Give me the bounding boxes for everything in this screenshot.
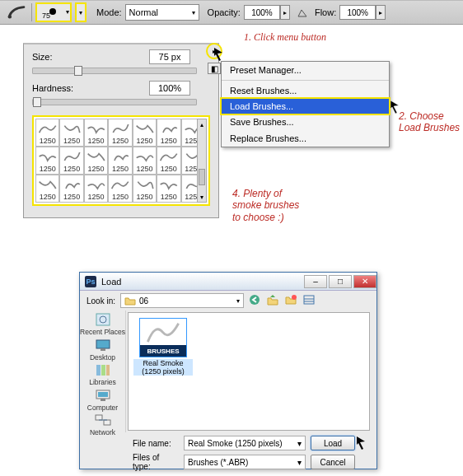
maximize-button[interactable]: □ [329,275,352,288]
dialog-title: Load [101,277,302,287]
svg-rect-8 [96,340,110,348]
brush-cell[interactable]: 1250 [35,175,59,203]
back-icon[interactable] [249,294,262,307]
brush-thumbnails: 1250125012501250125012501250125012501250… [32,115,210,206]
file-caption: Real Smoke (1250 pixels) [133,359,193,376]
separator [31,3,32,21]
dialog-body: Recent Places Desktop Libraries Computer… [80,310,376,432]
mode-select[interactable]: Normal ▾ [125,4,199,21]
cancel-button[interactable]: Cancel [311,455,355,469]
place-network[interactable]: Network [80,413,125,436]
svg-point-0 [8,15,12,18]
brush-panel-menu: Preset Manager... Reset Brushes... Load … [221,61,390,147]
mode-value: Normal [129,7,158,17]
size-slider[interactable] [32,68,197,74]
minimize-button[interactable]: – [304,275,327,288]
place-recent[interactable]: Recent Places [80,312,125,336]
annotation-2: 2. ChooseLoad Brushes [399,110,460,134]
brush-cell[interactable]: 1250 [84,119,108,147]
options-bar: 75 ▾ ▾ Mode: Normal ▾ Opacity: 100% ▸ Fl… [0,0,463,25]
svg-rect-12 [106,365,110,376]
new-preset-icon[interactable]: ◧ [208,63,221,74]
place-libraries[interactable]: Libraries [80,362,125,386]
up-icon[interactable] [267,294,280,307]
flow-input[interactable]: 100% [339,5,376,20]
menu-save-brushes[interactable]: Save Brushes... [222,114,389,130]
opacity-arrow[interactable]: ▸ [280,5,290,20]
filename-input[interactable]: Real Smoke (1250 pixels)▾ [184,436,306,450]
svg-rect-14 [98,392,108,397]
brush-scrollbar[interactable]: ▴ ▾ [197,119,207,203]
panel-menu-button[interactable]: ▸ [206,43,222,59]
brush-cell[interactable]: 1250 [157,119,180,147]
dialog-bottom: File name: Real Smoke (1250 pixels)▾ Loa… [80,432,376,476]
brush-cell[interactable]: 1250 [133,119,157,147]
brush-cell[interactable]: 1250 [133,147,157,175]
scroll-down-button[interactable]: ▾ [198,192,206,202]
brush-cell[interactable]: 1250 [108,119,132,147]
svg-rect-9 [101,348,105,351]
brush-cell[interactable]: 1250 [157,175,180,203]
svg-rect-10 [96,365,101,376]
file-band: BRUSHES [140,345,186,357]
load-dialog: Ps Load – □ ✕ Look in: 06 ▾ Recent Place… [79,272,377,469]
brush-cell[interactable]: 1250 [35,147,59,175]
viewmenu-icon[interactable] [303,294,316,307]
brush-cell[interactable]: 1250 [157,147,180,175]
svg-rect-17 [104,420,110,425]
menu-load-brushes-label: Load Brushes... [230,101,293,111]
newfolder-icon[interactable] [285,294,298,307]
mode-label: Mode: [96,7,122,17]
flow-arrow[interactable]: ▸ [376,5,386,20]
tablet-pressure-opacity-icon[interactable] [295,5,310,20]
menu-preset-manager[interactable]: Preset Manager... [222,62,389,78]
size-label: Size: [32,52,94,62]
place-desktop[interactable]: Desktop [80,338,125,362]
size-input[interactable]: 75 px [149,49,190,64]
svg-rect-6 [96,314,110,325]
flow-label: Flow: [315,7,336,17]
brush-cell[interactable]: 1250 [59,119,83,147]
svg-rect-15 [101,399,105,401]
file-list[interactable]: BRUSHES Real Smoke (1250 pixels) [128,312,370,431]
file-item-realsmoke[interactable]: BRUSHES Real Smoke (1250 pixels) [133,318,193,376]
svg-point-1 [250,295,260,305]
brush-cell[interactable]: 1250 [133,175,157,203]
annotation-4: 4. Plenty ofsmoke brushesto choose :) [232,188,299,223]
svg-point-2 [292,295,297,300]
brush-tool-icon [5,3,28,21]
load-button[interactable]: Load [311,436,355,450]
dialog-toolbar: Look in: 06 ▾ [80,291,376,310]
menu-load-brushes[interactable]: Load Brushes... [220,97,391,115]
brush-cell[interactable]: 1250 [35,119,59,147]
brush-cell[interactable]: 1250 [84,175,108,203]
svg-rect-3 [304,296,314,304]
annotation-1: 1. Click menu button [244,31,326,43]
opacity-label: Opacity: [208,7,241,17]
photoshop-icon: Ps [85,276,96,287]
hardness-slider[interactable] [32,99,197,105]
brush-cell[interactable]: 1250 [59,175,83,203]
menu-reset-brushes[interactable]: Reset Brushes... [222,82,389,99]
svg-rect-16 [96,415,102,420]
brush-cell[interactable]: 1250 [108,147,132,175]
hardness-input[interactable]: 100% [149,81,190,96]
svg-rect-11 [101,365,105,376]
place-computer[interactable]: Computer [80,388,125,412]
filetype-select[interactable]: Brushes (*.ABR)▾ [184,455,306,469]
brush-cell[interactable]: 1250 [59,147,83,175]
lookin-value: 06 [139,296,236,306]
brush-panel-toggle[interactable]: ▾ [75,2,87,22]
scroll-thumb[interactable] [199,169,205,185]
brush-cell[interactable]: 1250 [108,175,132,203]
menu-replace-brushes[interactable]: Replace Brushes... [222,130,389,147]
close-button[interactable]: ✕ [353,275,376,288]
lookin-select[interactable]: 06 ▾ [120,293,244,308]
places-bar: Recent Places Desktop Libraries Computer… [80,310,126,432]
brush-preset-picker[interactable]: 75 ▾ [35,2,72,22]
lookin-label: Look in: [87,296,115,306]
scroll-up-button[interactable]: ▴ [198,119,206,129]
opacity-input[interactable]: 100% [244,5,280,20]
hardness-label: Hardness: [32,83,94,93]
brush-cell[interactable]: 1250 [84,147,108,175]
